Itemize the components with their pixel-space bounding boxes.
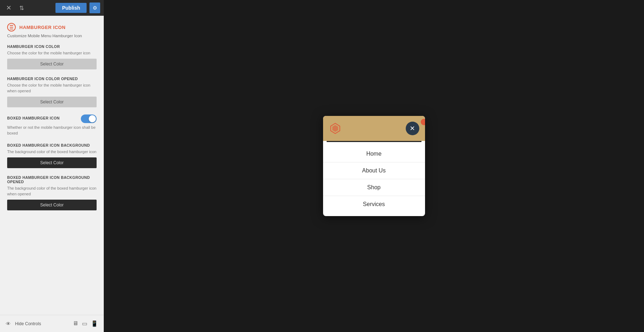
close-x-icon: ✕	[410, 125, 415, 132]
setting-group-boxed-background: BOXED HAMBURGER ICON BACKGROUND The back…	[7, 143, 97, 168]
bottom-bar: 👁 Hide Controls 🖥 ▭ 📱	[0, 315, 104, 332]
menu-item-about[interactable]: About Us	[323, 162, 425, 179]
setting-desc-boxed: Whether or not the mobile hamburger icon…	[7, 125, 97, 136]
mobile-close-button[interactable]: ✕	[406, 122, 419, 135]
section-title: HAMBURGER ICON	[19, 25, 65, 30]
setting-desc-hamburger-color-opened: Choose the color for the mobile hamburge…	[7, 83, 97, 94]
hamburger-icon-graphic	[7, 23, 16, 31]
setting-group-boxed-toggle: BOXED HAMBURGER ICON Whether or not the …	[7, 114, 97, 136]
setting-label-boxed-background-opened: BOXED HAMBURGER ICON BACKGROUND OPENED	[7, 175, 97, 184]
left-panel: ✕ ⇅ Publish ⚙ HAMBURGER ICON Customize M…	[0, 0, 104, 332]
gear-icon: ⚙	[93, 5, 97, 11]
mobile-header: ✕	[323, 116, 425, 141]
mobile-menu-area: Home About Us Shop Services	[323, 142, 425, 216]
section-header: HAMBURGER ICON	[7, 23, 97, 31]
hamburger-line-2	[10, 27, 13, 28]
menu-item-shop[interactable]: Shop	[323, 179, 425, 196]
setting-desc-boxed-background: The background color of the boxed hambur…	[7, 149, 97, 155]
boxed-background-opened-select-button[interactable]: Select Color	[7, 200, 97, 210]
setting-label-boxed: BOXED HAMBURGER ICON	[7, 116, 60, 120]
setting-group-hamburger-color-opened: HAMBURGER ICON COLOR OPENED Choose the c…	[7, 77, 97, 107]
setting-desc-boxed-background-opened: The background color of the boxed hambur…	[7, 186, 97, 197]
hamburger-line-3	[10, 29, 13, 29]
setting-label-hamburger-color: HAMBURGER ICON COLOR	[7, 44, 97, 49]
logo-icon	[330, 123, 341, 134]
main-canvas: ✕ Home About Us Shop Services	[104, 0, 644, 332]
panel-content: HAMBURGER ICON Customize Mobile Menu Ham…	[0, 16, 104, 315]
setting-group-hamburger-color: HAMBURGER ICON COLOR Choose the color fo…	[7, 44, 97, 69]
section-subtitle: Customize Mobile Menu Hamburger Icon	[7, 34, 97, 38]
eye-icon: 👁	[6, 321, 11, 327]
publish-button[interactable]: Publish	[55, 3, 87, 13]
toggle-row: BOXED HAMBURGER ICON	[7, 114, 97, 123]
hide-controls-label[interactable]: Hide Controls	[15, 321, 41, 326]
settings-button[interactable]: ⚙	[89, 3, 100, 13]
boxed-background-select-button[interactable]: Select Color	[7, 157, 97, 168]
mobile-preview: ✕ Home About Us Shop Services	[323, 116, 425, 216]
setting-group-boxed-background-opened: BOXED HAMBURGER ICON BACKGROUND OPENED T…	[7, 175, 97, 210]
desktop-icon[interactable]: 🖥	[73, 320, 78, 327]
menu-item-home[interactable]: Home	[323, 146, 425, 162]
arrows-icon[interactable]: ⇅	[16, 3, 26, 13]
boxed-hamburger-toggle[interactable]	[81, 114, 97, 123]
mobile-icon[interactable]: 📱	[91, 320, 98, 327]
bottom-icons: 🖥 ▭ 📱	[73, 320, 98, 327]
toggle-knob	[89, 115, 96, 122]
hamburger-color-opened-select-button[interactable]: Select Color	[7, 97, 97, 107]
mobile-logo	[329, 122, 342, 135]
menu-item-services[interactable]: Services	[323, 196, 425, 213]
close-icon[interactable]: ✕	[4, 3, 14, 13]
tablet-icon[interactable]: ▭	[82, 320, 87, 327]
setting-label-boxed-background: BOXED HAMBURGER ICON BACKGROUND	[7, 143, 97, 147]
hamburger-color-select-button[interactable]: Select Color	[7, 59, 97, 69]
setting-label-hamburger-color-opened: HAMBURGER ICON COLOR OPENED	[7, 77, 97, 81]
setting-desc-hamburger-color: Choose the color for the mobile hamburge…	[7, 50, 97, 56]
top-bar: ✕ ⇅ Publish ⚙	[0, 0, 104, 16]
svg-marker-1	[332, 125, 338, 132]
hamburger-line-1	[10, 25, 13, 26]
